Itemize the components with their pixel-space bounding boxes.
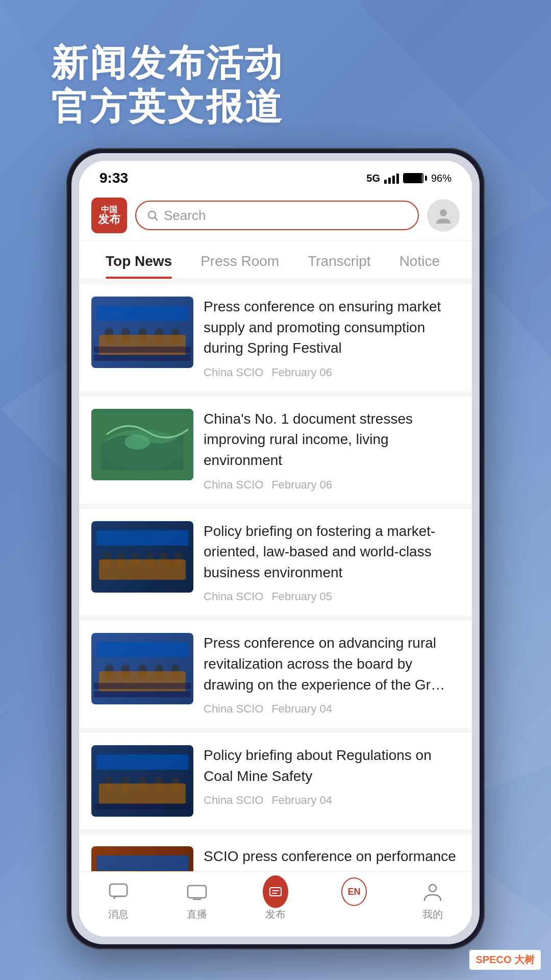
news-title: Policy briefing on fostering a market-or… (204, 521, 460, 583)
search-placeholder: Search (164, 208, 206, 224)
news-source: China SCIO (204, 590, 263, 603)
svg-rect-13 (110, 884, 127, 896)
tab-press-room[interactable]: Press Room (186, 241, 293, 279)
avatar-button[interactable] (427, 199, 460, 232)
news-title: Policy briefing about Regulations on Coa… (204, 745, 460, 787)
news-date: February 05 (271, 590, 332, 603)
status-icons: 5G 96% (366, 173, 452, 184)
avatar-icon (434, 206, 453, 225)
search-bar[interactable]: Search (135, 201, 419, 230)
svg-point-7 (148, 211, 156, 218)
person-svg (421, 880, 444, 903)
svg-point-19 (429, 885, 436, 892)
signal-bar-1 (384, 180, 387, 184)
news-thumbnail (91, 745, 193, 817)
logo-text-bot: 发布 (98, 214, 120, 225)
signal-bars (384, 173, 399, 184)
news-date: February 04 (271, 702, 332, 716)
watermark-text: SPECO 大树 (475, 953, 535, 967)
news-source: China SCIO (204, 478, 263, 492)
news-content: Policy briefing on fostering a market-or… (204, 521, 460, 604)
news-source: China SCIO (204, 702, 263, 716)
news-item[interactable]: Policy briefing about Regulations on Coa… (79, 733, 472, 829)
news-source: China SCIO (204, 366, 263, 379)
news-content: SCIO press conference on performance of … (204, 846, 460, 871)
news-thumbnail (91, 409, 193, 480)
news-item[interactable]: SCIO press conference on performance of … (79, 834, 472, 871)
svg-rect-16 (270, 888, 281, 896)
news-item[interactable]: Policy briefing on fostering a market-or… (79, 509, 472, 616)
battery-body (403, 173, 423, 183)
network-type: 5G (366, 173, 380, 184)
bottom-tab-live[interactable]: 直播 (158, 879, 236, 921)
news-thumbnail (91, 846, 193, 871)
news-item[interactable]: Press conference on ensuring market supp… (79, 284, 472, 391)
en-button[interactable]: EN (341, 877, 367, 906)
news-meta: China SCIO February 05 (204, 590, 460, 603)
tv-svg (186, 880, 208, 903)
signal-bar-3 (392, 176, 395, 184)
news-content: Press conference on advancing rural revi… (204, 633, 460, 716)
news-title: Press conference on advancing rural revi… (204, 633, 460, 695)
status-bar: 9:33 5G 96% (79, 161, 472, 191)
news-title: SCIO press conference on performance of … (204, 846, 460, 871)
en-icon: EN (341, 879, 367, 904)
bottom-tab-en[interactable]: EN (315, 879, 393, 921)
bottom-label-mine: 我的 (422, 908, 443, 921)
news-content: China's No. 1 document stresses improvin… (204, 409, 460, 492)
battery-fill (404, 174, 422, 182)
app-logo[interactable]: 中国 发布 (91, 198, 127, 233)
news-item[interactable]: China's No. 1 document stresses improvin… (79, 397, 472, 504)
news-meta: China SCIO February 06 (204, 478, 460, 492)
news-title: Press conference on ensuring market supp… (204, 297, 460, 359)
bottom-label-live: 直播 (187, 908, 207, 921)
phone-frame: 9:33 5G 96% (66, 148, 485, 949)
publish-svg (267, 884, 284, 900)
news-item[interactable]: Press conference on advancing rural revi… (79, 621, 472, 728)
bottom-tab-messages[interactable]: 消息 (79, 879, 158, 921)
tab-notice[interactable]: Notice (385, 241, 454, 279)
svg-point-12 (124, 434, 150, 450)
phone-inner: 9:33 5G 96% (71, 153, 480, 944)
status-time: 9:33 (99, 170, 128, 186)
signal-bar-2 (388, 178, 391, 184)
svg-rect-14 (188, 886, 206, 898)
bottom-tab-bar: 消息 直播 (79, 871, 472, 937)
news-content: Policy briefing about Regulations on Coa… (204, 745, 460, 807)
news-date: February 06 (271, 366, 332, 379)
chat-icon (106, 879, 131, 904)
news-date: February 06 (271, 478, 332, 492)
thumbnail-image (91, 409, 193, 480)
news-source: China SCIO (204, 794, 263, 807)
phone-screen: 9:33 5G 96% (79, 161, 472, 937)
nav-bar: 中国 发布 Search (79, 191, 472, 241)
publish-button[interactable] (263, 875, 288, 908)
battery-tip (425, 176, 427, 181)
search-icon (146, 209, 159, 222)
publish-icon (263, 879, 288, 904)
svg-line-8 (155, 218, 158, 221)
news-title: China's No. 1 document stresses improvin… (204, 409, 460, 471)
news-content: Press conference on ensuring market supp… (204, 297, 460, 379)
tab-top-news[interactable]: Top News (91, 241, 186, 279)
battery-percent: 96% (431, 173, 452, 184)
news-meta: China SCIO February 04 (204, 702, 460, 716)
bottom-label-publish: 发布 (265, 908, 286, 921)
news-thumbnail (91, 297, 193, 368)
bottom-tab-publish[interactable]: 发布 (236, 879, 315, 921)
svg-point-9 (440, 209, 447, 216)
news-meta: China SCIO February 04 (204, 794, 460, 807)
header-title: 新闻发布活动 官方英文报道 (51, 41, 284, 129)
tabs-row: Top News Press Room Transcript Notice (79, 241, 472, 279)
person-icon (420, 879, 445, 904)
tab-transcript[interactable]: Transcript (293, 241, 385, 279)
signal-bar-4 (396, 174, 399, 184)
news-list: Press conference on ensuring market supp… (79, 279, 472, 871)
watermark: SPECO 大树 (469, 950, 541, 970)
bottom-label-messages: 消息 (108, 908, 129, 921)
news-thumbnail (91, 521, 193, 593)
tv-icon (184, 879, 210, 904)
bottom-tab-mine[interactable]: 我的 (393, 879, 472, 921)
news-meta: China SCIO February 06 (204, 366, 460, 379)
chat-svg (107, 880, 130, 903)
